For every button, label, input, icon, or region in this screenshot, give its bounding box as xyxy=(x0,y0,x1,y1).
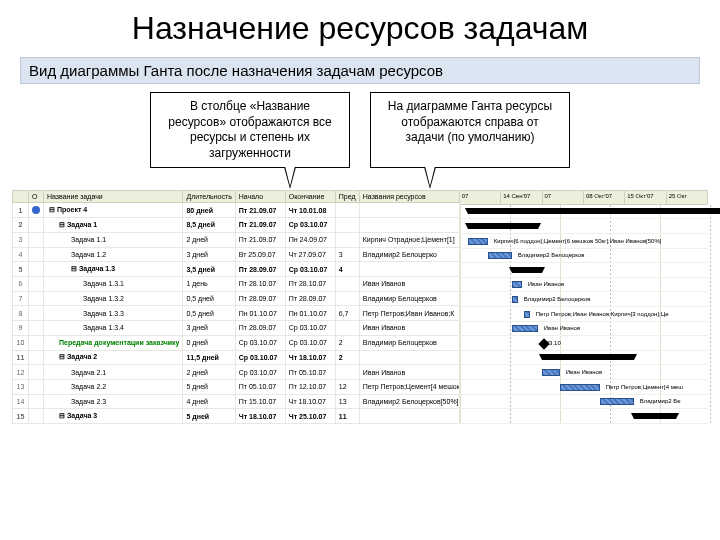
task-duration[interactable]: 5 дней xyxy=(183,409,235,424)
task-start[interactable]: Чт 18.10.07 xyxy=(235,409,285,424)
col-resources[interactable]: Названия ресурсов xyxy=(359,191,459,203)
task-pred[interactable] xyxy=(335,232,359,247)
table-row[interactable]: 2⊟ Задача 18,5 днейПт 21.09.07Ср 03.10.0… xyxy=(13,218,460,233)
task-duration[interactable]: 0,5 дней xyxy=(183,306,235,321)
task-start[interactable]: Пн 01.10.07 xyxy=(235,306,285,321)
task-resources[interactable]: Петр Петров;Цемент[4 мешок 50 кг];Стропи… xyxy=(359,380,459,395)
task-name[interactable]: ⊟ Задача 2 xyxy=(44,350,183,365)
task-finish[interactable]: Ср 03.10.07 xyxy=(285,262,335,277)
task-start[interactable]: Пт 28.09.07 xyxy=(235,321,285,336)
task-name[interactable]: Передача документации заказчику xyxy=(44,335,183,350)
task-duration[interactable]: 1 день xyxy=(183,276,235,291)
task-finish[interactable]: Пн 24.09.07 xyxy=(285,232,335,247)
task-finish[interactable]: Ср 03.10.07 xyxy=(285,321,335,336)
task-duration[interactable]: 8,5 дней xyxy=(183,218,235,233)
table-row[interactable]: 3Задача 1.12 днейПт 21.09.07Пн 24.09.07К… xyxy=(13,232,460,247)
task-name[interactable]: Задача 1.3.4 xyxy=(44,321,183,336)
col-pred[interactable]: Пред xyxy=(335,191,359,203)
task-resources[interactable] xyxy=(359,203,459,218)
task-finish[interactable]: Пт 12.10.07 xyxy=(285,380,335,395)
task-duration[interactable]: 3 дней xyxy=(183,247,235,262)
task-resources[interactable]: Иван Иванов xyxy=(359,365,459,380)
task-grid[interactable]: О Название задачи Длительность Начало Ок… xyxy=(12,190,460,424)
table-row[interactable]: 13Задача 2.25 днейПт 05.10.07Пт 12.10.07… xyxy=(13,380,460,395)
task-duration[interactable]: 11,5 дней xyxy=(183,350,235,365)
gantt-bar[interactable] xyxy=(512,296,518,303)
task-duration[interactable]: 2 дней xyxy=(183,232,235,247)
task-pred[interactable] xyxy=(335,203,359,218)
task-finish[interactable]: Ср 03.10.07 xyxy=(285,335,335,350)
task-pred[interactable]: 3 xyxy=(335,247,359,262)
task-pred[interactable] xyxy=(335,276,359,291)
task-finish[interactable]: Чт 27.09.07 xyxy=(285,247,335,262)
task-pred[interactable] xyxy=(335,321,359,336)
table-row[interactable]: 12Задача 2.12 днейСр 03.10.07Пт 05.10.07… xyxy=(13,365,460,380)
task-start[interactable]: Пт 28.09.07 xyxy=(235,291,285,306)
task-duration[interactable]: 2 дней xyxy=(183,365,235,380)
col-name[interactable]: Название задачи xyxy=(44,191,183,203)
task-pred[interactable]: 12 xyxy=(335,380,359,395)
table-row[interactable]: 14Задача 2.34 днейПт 15.10.07Чт 18.10.07… xyxy=(13,394,460,409)
task-name[interactable]: Задача 2.3 xyxy=(44,394,183,409)
gantt-bar[interactable] xyxy=(600,398,634,405)
table-row[interactable]: 10Передача документации заказчику0 днейС… xyxy=(13,335,460,350)
task-start[interactable]: Ср 03.10.07 xyxy=(235,365,285,380)
task-finish[interactable]: Чт 18.10.07 xyxy=(285,394,335,409)
task-start[interactable]: Вт 25.09.07 xyxy=(235,247,285,262)
task-name[interactable]: ⊟ Проект 4 xyxy=(44,203,183,218)
task-finish[interactable]: Чт 25.10.07 xyxy=(285,409,335,424)
task-finish[interactable]: Пт 28.10.07 xyxy=(285,276,335,291)
table-row[interactable]: 1⊟ Проект 480 днейПт 21.09.07Чт 10.01.08 xyxy=(13,203,460,218)
task-finish[interactable]: Чт 10.01.08 xyxy=(285,203,335,218)
task-name[interactable]: Задача 1.3.2 xyxy=(44,291,183,306)
col-info[interactable]: О xyxy=(29,191,44,203)
task-start[interactable]: Пт 28.09.07 xyxy=(235,262,285,277)
table-row[interactable]: 8Задача 1.3.30,5 днейПн 01.10.07Пн 01.10… xyxy=(13,306,460,321)
task-resources[interactable] xyxy=(359,218,459,233)
task-name[interactable]: Задача 1.1 xyxy=(44,232,183,247)
task-resources[interactable] xyxy=(359,350,459,365)
task-start[interactable]: Ср 03.10.07 xyxy=(235,335,285,350)
gantt-bar[interactable] xyxy=(512,325,538,332)
task-name[interactable]: Задача 1.2 xyxy=(44,247,183,262)
task-finish[interactable]: Пн 01.10.07 xyxy=(285,306,335,321)
gantt-bar[interactable] xyxy=(542,354,634,360)
task-name[interactable]: Задача 1.3.1 xyxy=(44,276,183,291)
task-resources[interactable] xyxy=(359,262,459,277)
task-pred[interactable]: 2 xyxy=(335,335,359,350)
col-finish[interactable]: Окончание xyxy=(285,191,335,203)
table-row[interactable]: 6Задача 1.3.11 деньПт 28.10.07Пт 28.10.0… xyxy=(13,276,460,291)
task-pred[interactable]: 13 xyxy=(335,394,359,409)
task-resources[interactable]: Владимир Белоцерков xyxy=(359,335,459,350)
task-start[interactable]: Пт 21.09.07 xyxy=(235,232,285,247)
gantt-bar[interactable] xyxy=(512,267,542,273)
task-duration[interactable]: 80 дней xyxy=(183,203,235,218)
task-duration[interactable]: 3,5 дней xyxy=(183,262,235,277)
task-pred[interactable] xyxy=(335,218,359,233)
task-start[interactable]: Пт 15.10.07 xyxy=(235,394,285,409)
task-pred[interactable]: 4 xyxy=(335,262,359,277)
task-start[interactable]: Пт 21.09.07 xyxy=(235,203,285,218)
task-pred[interactable] xyxy=(335,365,359,380)
task-name[interactable]: Задача 2.2 xyxy=(44,380,183,395)
task-resources[interactable] xyxy=(359,409,459,424)
task-resources[interactable]: Владимир2 Белоцерко xyxy=(359,247,459,262)
gantt-bar[interactable] xyxy=(488,252,512,259)
task-start[interactable]: Пт 28.10.07 xyxy=(235,276,285,291)
task-start[interactable]: Пт 05.10.07 xyxy=(235,380,285,395)
table-row[interactable]: 11⊟ Задача 211,5 днейСр 03.10.07Чт 18.10… xyxy=(13,350,460,365)
task-pred[interactable]: 2 xyxy=(335,350,359,365)
task-pred[interactable] xyxy=(335,291,359,306)
gantt-bar[interactable] xyxy=(468,238,488,245)
task-finish[interactable]: Чт 18.10.07 xyxy=(285,350,335,365)
col-duration[interactable]: Длительность xyxy=(183,191,235,203)
table-row[interactable]: 4Задача 1.23 днейВт 25.09.07Чт 27.09.073… xyxy=(13,247,460,262)
task-duration[interactable]: 4 дней xyxy=(183,394,235,409)
gantt-bar[interactable] xyxy=(634,413,676,419)
task-name[interactable]: ⊟ Задача 3 xyxy=(44,409,183,424)
task-name[interactable]: ⊟ Задача 1.3 xyxy=(44,262,183,277)
task-duration[interactable]: 0 дней xyxy=(183,335,235,350)
task-name[interactable]: Задача 2.1 xyxy=(44,365,183,380)
gantt-bar[interactable] xyxy=(560,384,600,391)
gantt-bar[interactable] xyxy=(524,311,530,318)
